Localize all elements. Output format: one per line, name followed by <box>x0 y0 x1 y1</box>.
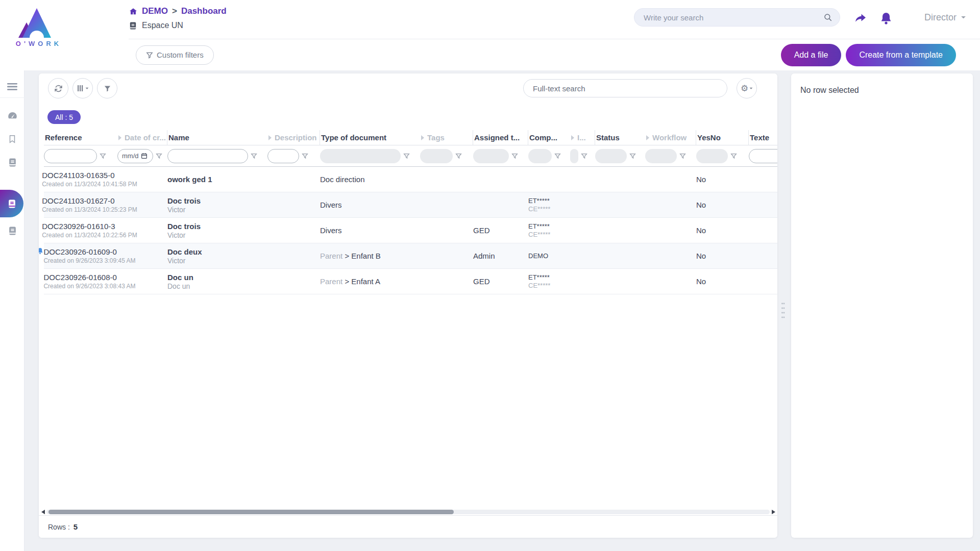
fulltext-search-input[interactable] <box>523 79 727 97</box>
table-row[interactable]: DOC241103-01635-0Created on 11/3/2024 10… <box>44 167 777 192</box>
filter-funnel-icon[interactable] <box>156 153 162 159</box>
filter-cell-status <box>595 145 645 166</box>
home-icon[interactable] <box>129 7 138 16</box>
filter-cell-workflow <box>645 145 696 166</box>
horizontal-scrollbar[interactable] <box>39 508 777 515</box>
column-header-reference[interactable]: Reference <box>44 130 117 145</box>
expand-column-icon[interactable] <box>646 135 649 140</box>
column-header-assigned-t[interactable]: Assigned t... <box>473 130 528 145</box>
filter-input-texte[interactable] <box>749 149 777 163</box>
filter-select-i[interactable] <box>570 149 578 163</box>
sidebar-toggle-button[interactable] <box>0 76 24 98</box>
user-role-dropdown[interactable]: Director <box>924 12 966 23</box>
filter-funnel-icon[interactable] <box>251 153 257 159</box>
document-type: Parent > Enfant A <box>320 277 420 286</box>
sidebar-item-archives[interactable] <box>0 220 24 241</box>
filter-funnel-icon[interactable] <box>679 153 686 159</box>
cell-status <box>595 269 645 294</box>
cell-workflow <box>645 167 696 192</box>
refresh-button[interactable] <box>48 78 68 98</box>
filter-cell-description <box>267 145 320 166</box>
cell-tags <box>420 167 473 192</box>
grid-footer: Rows : 5 <box>39 515 777 538</box>
filter-select-assigned-t[interactable] <box>473 149 509 163</box>
filter-select-yesno[interactable] <box>696 149 728 163</box>
create-template-button[interactable]: Create from a template <box>846 44 956 66</box>
cell-assigned-t: GED <box>473 269 528 294</box>
cell-status <box>595 167 645 192</box>
table-row[interactable]: DOC230926-01608-0Created on 9/26/2023 3:… <box>44 269 777 294</box>
search-icon[interactable] <box>823 13 832 22</box>
filter-select-status[interactable] <box>595 149 627 163</box>
column-header-description[interactable]: Description <box>267 130 320 145</box>
document-name: Doc trois <box>167 222 267 231</box>
column-header-name[interactable]: Name <box>167 130 267 145</box>
filter-select-tags[interactable] <box>420 149 453 163</box>
expand-column-icon[interactable] <box>421 135 424 140</box>
filter-funnel-icon[interactable] <box>100 153 106 159</box>
add-file-button[interactable]: Add a file <box>781 44 842 66</box>
cell-tags <box>420 243 473 268</box>
filter-select-comp[interactable] <box>528 149 552 163</box>
no-row-selected-text: No row selected <box>800 86 859 94</box>
filter-input-description[interactable] <box>267 149 299 163</box>
filter-funnel-icon[interactable] <box>455 153 462 159</box>
sidebar-item-documents[interactable] <box>0 152 24 172</box>
scrollbar-thumb[interactable] <box>48 510 454 514</box>
filter-funnel-icon[interactable] <box>629 153 636 159</box>
column-label: Description <box>275 133 317 142</box>
sidebar-item-dashboard[interactable] <box>0 105 24 126</box>
sidebar-item-ged-active[interactable] <box>0 190 23 217</box>
columns-button[interactable] <box>72 78 93 98</box>
filter-date-date-of-cr[interactable]: mm/d <box>117 149 153 163</box>
filter-button[interactable] <box>97 78 117 98</box>
drag-dots-icon <box>781 302 785 321</box>
document-subtitle: Victor <box>167 206 267 214</box>
expand-column-icon[interactable] <box>118 135 121 140</box>
scroll-right-arrow[interactable] <box>771 509 776 514</box>
table-row[interactable]: EWDOC230926-01609-0Created on 9/26/2023 … <box>44 243 777 269</box>
filter-funnel-icon[interactable] <box>511 153 518 159</box>
global-search[interactable] <box>634 8 840 27</box>
filter-funnel-icon[interactable] <box>403 153 410 159</box>
cell-description <box>267 167 320 192</box>
column-header-workflow[interactable]: Workflow <box>645 130 696 145</box>
assigned-to: GED <box>473 277 528 286</box>
grid-settings-button[interactable]: ⚙ <box>737 78 757 98</box>
scroll-left-arrow[interactable] <box>40 509 45 514</box>
filter-funnel-icon[interactable] <box>730 153 737 159</box>
column-header-date-of-cr[interactable]: Date of cr... <box>117 130 167 145</box>
column-header-status[interactable]: Status <box>595 130 645 145</box>
brand-logo[interactable]: O'WORK <box>8 5 69 47</box>
filter-cell-comp <box>528 145 570 166</box>
tab-all-badge[interactable]: All : 5 <box>47 110 81 124</box>
column-header-texte[interactable]: Texte <box>749 130 777 145</box>
share-button[interactable] <box>853 10 870 27</box>
filter-input-reference[interactable] <box>44 149 97 163</box>
custom-filters-button[interactable]: Custom filters <box>136 45 214 65</box>
column-header-comp[interactable]: Comp... <box>528 130 570 145</box>
filter-select-workflow[interactable] <box>645 149 677 163</box>
global-search-input[interactable] <box>644 13 823 22</box>
filter-funnel-icon[interactable] <box>581 153 587 159</box>
breadcrumb-root[interactable]: DEMO <box>142 6 168 16</box>
column-header-tags[interactable]: Tags <box>420 130 473 145</box>
filter-select-type-of-document[interactable] <box>320 149 401 163</box>
column-header-type-of-document[interactable]: Type of document <box>320 130 420 145</box>
column-header-i[interactable]: I... <box>570 130 595 145</box>
expand-column-icon[interactable] <box>268 135 272 140</box>
panel-resize-handle[interactable] <box>780 301 786 321</box>
filter-input-name[interactable] <box>167 149 248 163</box>
sidebar-item-bookmarks[interactable] <box>0 129 24 149</box>
table-row[interactable]: DOC230926-01610-3Created on 11/3/2024 10… <box>44 218 777 243</box>
breadcrumb-current[interactable]: Dashboard <box>181 6 227 16</box>
column-label: I... <box>577 133 586 142</box>
scrollbar-track[interactable] <box>46 510 770 514</box>
yesno-value: No <box>696 277 749 286</box>
notifications-button[interactable] <box>880 10 896 27</box>
table-row[interactable]: DOC241103-01627-0Created on 11/3/2024 10… <box>44 192 777 218</box>
filter-funnel-icon[interactable] <box>302 153 308 159</box>
filter-funnel-icon[interactable] <box>554 153 561 159</box>
column-header-yesno[interactable]: YesNo <box>696 130 749 145</box>
expand-column-icon[interactable] <box>571 135 574 140</box>
